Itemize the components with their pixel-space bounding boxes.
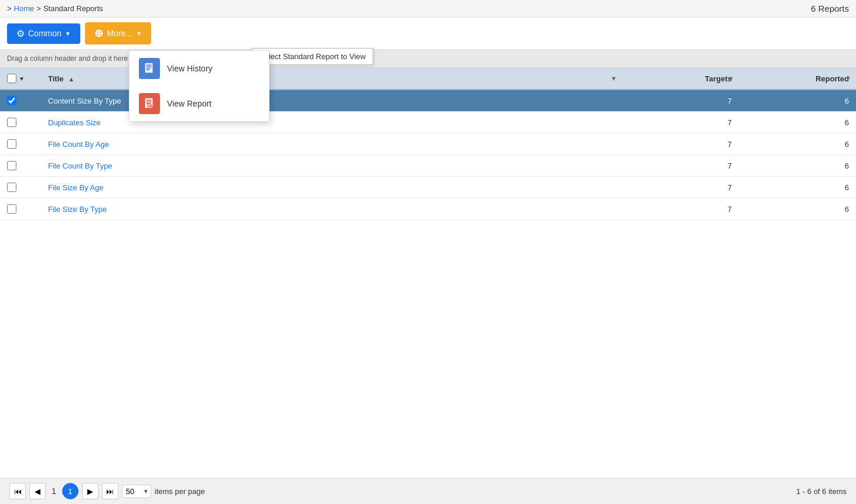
dropdown-view-history[interactable]: View History bbox=[129, 51, 269, 86]
items-per-page-label: items per page bbox=[155, 487, 205, 496]
select-all-checkbox[interactable] bbox=[7, 74, 16, 83]
sort-asc-icon: ▲ bbox=[68, 76, 74, 83]
th-checkbox-chevron-icon[interactable]: ▼ bbox=[19, 76, 25, 82]
th-title-chevron-icon[interactable]: ▼ bbox=[611, 75, 617, 82]
th-title[interactable]: Title ▲ ▼ bbox=[41, 68, 622, 90]
common-chevron-icon: ▼ bbox=[65, 30, 71, 37]
row-checkbox-cell bbox=[0, 133, 41, 155]
row-reported-cell: 6 bbox=[739, 177, 856, 198]
svg-rect-2 bbox=[146, 66, 152, 67]
svg-rect-3 bbox=[146, 68, 151, 68]
more-chevron-icon: ▼ bbox=[136, 30, 142, 37]
page-wrapper: > Home > Standard Reports 6 Reports ⚙ Co… bbox=[0, 0, 856, 504]
row-targets-cell: 7 bbox=[622, 133, 739, 155]
breadcrumb-sep1: > bbox=[36, 4, 41, 13]
items-per-page-select[interactable]: 10 25 50 100 bbox=[122, 485, 151, 498]
th-reported-label: Reported bbox=[816, 74, 849, 83]
row-targets-cell: 7 bbox=[622, 112, 739, 133]
row-checkbox-cell bbox=[0, 177, 41, 198]
footer: ⏮ ◀ 1 1 ▶ ⏭ 10 25 50 100 items per page … bbox=[0, 478, 856, 504]
svg-rect-7 bbox=[146, 101, 152, 102]
view-history-label: View History bbox=[167, 64, 213, 73]
report-icon bbox=[139, 93, 160, 114]
row-title-cell: File Count By Type bbox=[41, 155, 622, 177]
row-reported-cell: 6 bbox=[739, 198, 856, 220]
th-checkbox: ▼ bbox=[0, 68, 41, 90]
svg-rect-1 bbox=[146, 65, 152, 66]
footer-page-info: 1 - 6 of 6 items bbox=[796, 487, 847, 496]
table-row[interactable]: File Size By Type76 bbox=[0, 198, 856, 220]
history-icon bbox=[139, 58, 160, 79]
row-title-cell: Content Size By Type bbox=[41, 90, 622, 112]
th-reported[interactable]: Reported ▼ bbox=[739, 68, 856, 90]
row-title-cell: File Size By Age bbox=[41, 177, 622, 198]
row-targets-cell: 7 bbox=[622, 198, 739, 220]
tooltip-bar: Select Standard Report to View bbox=[252, 48, 373, 65]
toolbar: ⚙ Common ▼ ⊕ More... ▼ Select Standard R… bbox=[0, 18, 856, 50]
dropdown-menu: View History View Report bbox=[129, 50, 270, 122]
reports-count: 6 Reports bbox=[811, 4, 849, 13]
tooltip-text: Select Standard Report to View bbox=[260, 52, 366, 61]
row-checkbox-cell bbox=[0, 112, 41, 133]
breadcrumb-home-link[interactable]: Home bbox=[14, 4, 35, 13]
row-title-link[interactable]: Duplicates Size bbox=[48, 118, 101, 127]
row-reported-cell: 6 bbox=[739, 90, 856, 112]
common-label: Common bbox=[28, 29, 62, 38]
row-reported-cell: 6 bbox=[739, 112, 856, 133]
breadcrumb-sep-start: > bbox=[7, 4, 12, 13]
th-targets[interactable]: Targets ▼ bbox=[622, 68, 739, 90]
row-title-link[interactable]: File Count By Age bbox=[48, 140, 109, 149]
row-checkbox-cell bbox=[0, 155, 41, 177]
breadcrumb-current: Standard Reports bbox=[43, 4, 103, 13]
breadcrumb: > Home > Standard Reports 6 Reports bbox=[0, 0, 856, 18]
row-checkbox[interactable] bbox=[7, 118, 16, 127]
th-title-label: Title bbox=[48, 74, 64, 83]
table-row[interactable]: File Count By Age76 bbox=[0, 133, 856, 155]
more-dots-icon: ⊕ bbox=[94, 27, 104, 40]
row-title-cell: File Size By Type bbox=[41, 198, 622, 220]
dropdown-view-report[interactable]: View Report bbox=[129, 86, 269, 121]
row-checkbox-cell bbox=[0, 198, 41, 220]
page-number-before: 1 bbox=[49, 486, 59, 496]
th-targets-chevron-icon[interactable]: ▼ bbox=[728, 75, 734, 82]
table-row[interactable]: File Size By Age76 bbox=[0, 177, 856, 198]
row-title-link[interactable]: File Size By Type bbox=[48, 205, 107, 214]
items-per-page-wrapper: 10 25 50 100 bbox=[122, 485, 151, 498]
last-page-button[interactable]: ⏭ bbox=[102, 483, 118, 499]
next-page-button[interactable]: ▶ bbox=[82, 483, 98, 499]
more-label: More... bbox=[107, 29, 133, 38]
row-checkbox-cell bbox=[0, 90, 41, 112]
current-page-button[interactable]: 1 bbox=[62, 483, 79, 499]
row-targets-cell: 7 bbox=[622, 177, 739, 198]
row-targets-cell: 7 bbox=[622, 155, 739, 177]
row-checkbox[interactable] bbox=[7, 204, 16, 214]
more-button[interactable]: ⊕ More... ▼ bbox=[85, 22, 151, 44]
row-title-link[interactable]: File Size By Age bbox=[48, 183, 104, 192]
table-row[interactable]: File Count By Type76 bbox=[0, 155, 856, 177]
svg-rect-4 bbox=[146, 70, 150, 70]
svg-rect-6 bbox=[146, 100, 152, 101]
row-checkbox[interactable] bbox=[7, 183, 16, 192]
gear-icon: ⚙ bbox=[16, 28, 25, 39]
row-title-link[interactable]: File Count By Type bbox=[48, 162, 112, 170]
common-button[interactable]: ⚙ Common ▼ bbox=[7, 23, 80, 44]
view-report-label: View Report bbox=[167, 99, 212, 108]
row-targets-cell: 7 bbox=[622, 90, 739, 112]
row-reported-cell: 6 bbox=[739, 155, 856, 177]
row-checkbox[interactable] bbox=[7, 96, 16, 105]
row-reported-cell: 6 bbox=[739, 133, 856, 155]
row-title-cell: File Count By Age bbox=[41, 133, 622, 155]
row-checkbox[interactable] bbox=[7, 139, 16, 149]
first-page-button[interactable]: ⏮ bbox=[9, 483, 26, 499]
th-reported-chevron-icon[interactable]: ▼ bbox=[845, 75, 851, 82]
row-checkbox[interactable] bbox=[7, 161, 16, 170]
table-container: ▼ Title ▲ ▼ Targets ▼ Reported ▼ bbox=[0, 68, 856, 478]
row-title-cell: Duplicates Size bbox=[41, 112, 622, 133]
prev-page-button[interactable]: ◀ bbox=[29, 483, 46, 499]
